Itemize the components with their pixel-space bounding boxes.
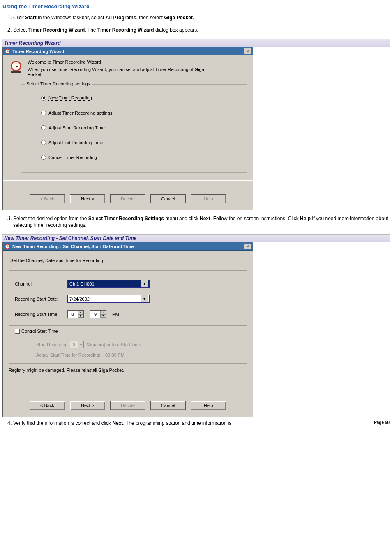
figure-caption-2: New Timer Recording - Set Channel, Start… — [2, 234, 390, 242]
decide-button: Decide — [110, 401, 145, 410]
radio-label: Adjust Timer Recording settings — [48, 111, 112, 115]
dialog-timer-recording-wizard: Timer Recording Wizard × Welcome to Time… — [2, 47, 253, 210]
back-button[interactable]: < Back — [30, 401, 65, 410]
date-combo[interactable]: 7/24/2002 ▾ — [67, 295, 150, 303]
t: , then select — [136, 15, 164, 21]
radio-icon — [41, 155, 46, 160]
next-button[interactable]: Next > — [70, 401, 105, 410]
dialog-title: New Timer Recording - Set Channel, Start… — [12, 244, 134, 249]
t: . Follow the on-screen instructions. Cli… — [210, 216, 300, 221]
dialog-intro: Set the Channel, Date and Time for Recor… — [10, 258, 247, 263]
t: Next — [112, 420, 123, 426]
back-button: < Back — [30, 194, 65, 203]
control-legend[interactable]: Control Start Time — [13, 329, 60, 334]
spin-down[interactable]: ▾ — [78, 314, 83, 318]
spin-up[interactable]: ▴ — [78, 311, 83, 314]
dialog-buttons: < Back Next > Decide Cancel Help — [9, 396, 247, 410]
welcome-line1: Welcome to Timer Recording Wizard — [28, 60, 204, 64]
titlebar[interactable]: Timer Recording Wizard × — [3, 47, 253, 55]
t: Help — [300, 216, 311, 221]
steps-list-cont2: Verify that the information is correct a… — [13, 420, 390, 426]
svg-rect-8 — [11, 71, 21, 73]
fieldset-legend: Select Timer Recording settings — [25, 81, 92, 86]
t: in the Windows taskbar, select — [37, 15, 106, 21]
figure-caption-1: Timer Recording Wizard — [2, 39, 390, 47]
steps-list-cont: Select the desired option from the Selec… — [13, 215, 390, 228]
t: Select — [13, 27, 28, 33]
tail-label: Minute(s) before Start Time — [86, 342, 141, 347]
radio-adjust-start-time[interactable]: Adjust Start Recording Time — [41, 125, 239, 130]
t: Giga Pocket — [164, 15, 193, 21]
checkbox-icon[interactable] — [15, 329, 20, 334]
app-icon — [5, 244, 10, 249]
dialog-title: Timer Recording Wizard — [12, 49, 64, 54]
radio-adjust-end-time[interactable]: Adjust End Recording Time — [41, 140, 239, 145]
combo-value: 3 — [70, 342, 78, 347]
cancel-button[interactable]: Cancel — [150, 401, 186, 410]
radio-new-timer-recording[interactable]: New Timer Recording — [41, 95, 239, 101]
radio-label: Adjust End Recording Time — [48, 140, 103, 145]
actual-start-label: Actual Start Time for Recording: — [36, 352, 100, 357]
dialog-new-timer-recording: New Timer Recording - Set Channel, Start… — [2, 242, 253, 417]
t: . — [193, 15, 194, 21]
close-icon[interactable]: × — [244, 244, 251, 249]
radio-label: Cancel Timer Recording — [48, 155, 97, 160]
svg-rect-3 — [7, 51, 9, 51]
t: Timer Recording Wizard — [97, 27, 154, 33]
svg-rect-12 — [7, 246, 9, 246]
chevron-down-icon: ▾ — [141, 295, 148, 302]
channel-combo[interactable]: Ch 1 CH001 ▾ — [67, 280, 150, 288]
t: Verify that the information is correct a… — [13, 420, 112, 426]
step-2: Select Timer Recording Wizard. The Timer… — [13, 27, 390, 33]
time-label: Recording Start Time: — [15, 312, 67, 317]
help-button: Help — [191, 194, 226, 203]
close-icon[interactable]: × — [244, 48, 251, 54]
radio-icon — [41, 96, 46, 101]
radio-icon — [41, 125, 46, 130]
settings-fieldset: Select Timer Recording settings New Time… — [21, 84, 247, 173]
svg-rect-11 — [7, 245, 8, 246]
legend-label: Control Start Time — [21, 329, 58, 334]
svg-rect-7 — [16, 66, 18, 67]
t: Next — [200, 216, 210, 221]
chevron-down-icon: ▾ — [78, 341, 83, 348]
date-label: Recording Start Date: — [15, 297, 67, 302]
radio-adjust-settings[interactable]: Adjust Timer Recording settings — [41, 111, 239, 115]
chevron-down-icon: ▾ — [141, 280, 148, 287]
actual-start-value: 08:09 PM — [105, 352, 125, 357]
titlebar[interactable]: New Timer Recording - Set Channel, Start… — [3, 242, 253, 251]
app-icon — [5, 48, 10, 54]
next-button[interactable]: Next > — [70, 194, 105, 203]
t: N — [48, 95, 52, 100]
radio-icon — [41, 140, 46, 145]
t: Timer Recording Wizard — [28, 27, 85, 33]
hour-spinner[interactable]: 8 ▴▾ — [67, 310, 84, 318]
ampm-label: PM — [112, 312, 119, 317]
minute-spinner[interactable]: 9 ▴▾ — [90, 310, 106, 318]
start-recording-label: Start Recording — [36, 342, 67, 347]
dialog-buttons: < Back Next > Decide Cancel Help — [9, 189, 247, 203]
combo-value: Ch 1 CH001 — [69, 281, 95, 286]
t: All Programs — [106, 15, 136, 21]
status-message: Registry might be damaged. Please reinst… — [9, 368, 247, 373]
svg-rect-6 — [16, 63, 16, 66]
t: . The programming station and time infor… — [123, 420, 231, 426]
combo-value: 7/24/2002 — [69, 297, 90, 302]
spinner-value: 9 — [90, 312, 100, 317]
help-button[interactable]: Help — [191, 401, 226, 410]
spin-up[interactable]: ▴ — [100, 311, 106, 314]
t: Click — [13, 15, 25, 21]
radio-icon — [41, 111, 46, 115]
welcome-line2: When you use Timer Recording Wizard, you… — [28, 67, 204, 77]
svg-rect-2 — [7, 50, 8, 51]
t: Select the desired option from the — [13, 216, 88, 221]
steps-list: Click Start in the Windows taskbar, sele… — [13, 14, 390, 33]
step-1: Click Start in the Windows taskbar, sele… — [13, 14, 390, 21]
step-3: Select the desired option from the Selec… — [13, 215, 390, 228]
page-heading: Using the Timer Recording Wizard — [2, 3, 390, 9]
radio-cancel-recording[interactable]: Cancel Timer Recording — [41, 155, 239, 160]
t: Start — [25, 15, 36, 21]
t: . The — [85, 27, 97, 33]
cancel-button[interactable]: Cancel — [150, 194, 186, 203]
spin-down[interactable]: ▾ — [100, 314, 106, 318]
